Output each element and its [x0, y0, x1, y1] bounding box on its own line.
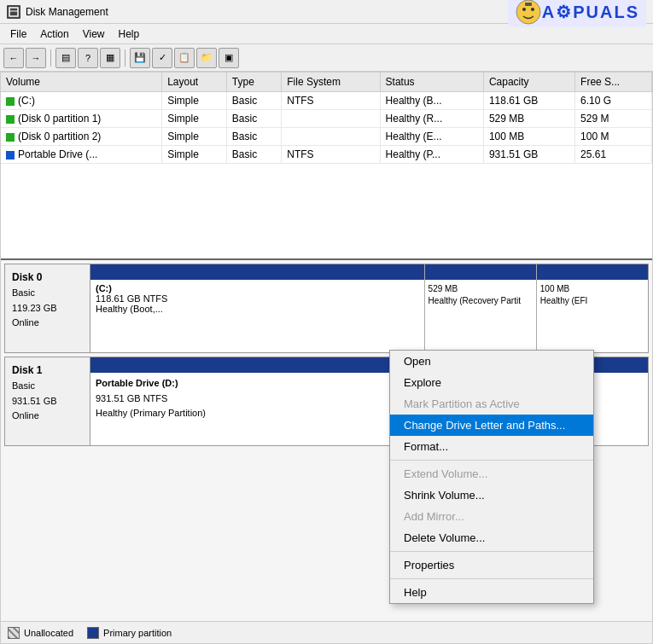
cell-fs: NTFS: [282, 146, 380, 164]
cell-status: Healthy (B...: [380, 92, 483, 110]
legend-primary-label: Primary partition: [103, 628, 172, 638]
col-type: Type: [226, 73, 281, 92]
menu-action[interactable]: Action: [33, 26, 75, 42]
ctx-mark-active: Mark Partition as Active: [390, 393, 593, 415]
cell-type: Basic: [226, 110, 281, 128]
window-title: Disk Management: [26, 6, 108, 18]
ctx-separator: [390, 551, 593, 552]
cell-volume: Portable Drive (...: [1, 146, 162, 164]
menu-view[interactable]: View: [76, 26, 112, 42]
cell-layout: Simple: [162, 128, 227, 146]
context-menu: OpenExploreMark Partition as ActiveChang…: [389, 350, 594, 604]
ctx-help[interactable]: Help: [390, 582, 593, 603]
disk0-status: Online: [12, 316, 83, 331]
disk0-part-c-content: (C:) 118.61 GB NTFS Healthy (Boot,...: [90, 280, 424, 352]
disk0-part-100-content: 100 MB Healthy (EFI: [537, 280, 648, 352]
col-capacity: Capacity: [483, 73, 574, 92]
toolbar-sep2: [125, 49, 125, 67]
logo-avatar: [515, 0, 542, 26]
toolbar: ← → ▤ ? ▦ 💾 ✓ 📋 📁 ▣: [0, 44, 653, 72]
legend-unallocated-label: Unallocated: [24, 628, 73, 638]
appuals-text: A⚙PUALS: [542, 2, 639, 22]
toolbar-btn10[interactable]: ▣: [219, 48, 239, 68]
cell-fs: [282, 128, 380, 146]
disk0-part-529-bar: [425, 264, 536, 280]
svg-rect-5: [525, 3, 532, 6]
ctx-explore[interactable]: Explore: [390, 372, 593, 393]
ctx-change-drive[interactable]: Change Drive Letter and Paths...: [390, 415, 593, 436]
disk0-partitions: (C:) 118.61 GB NTFS Healthy (Boot,... 52…: [90, 264, 648, 352]
col-layout: Layout: [162, 73, 227, 92]
cell-layout: Simple: [162, 110, 227, 128]
cell-type: Basic: [226, 128, 281, 146]
table-row[interactable]: (Disk 0 partition 2) Simple Basic Health…: [1, 128, 652, 146]
legend-primary: Primary partition: [87, 627, 172, 639]
disk0-part-529[interactable]: 529 MB Healthy (Recovery Partit: [425, 264, 537, 352]
menu-help[interactable]: Help: [112, 26, 147, 42]
cell-capacity: 118.61 GB: [483, 92, 574, 110]
toolbar-folder[interactable]: 📋: [174, 48, 195, 68]
cell-fs: NTFS: [282, 92, 380, 110]
cell-capacity: 529 MB: [483, 110, 574, 128]
disk0-row: Disk 0 Basic 119.23 GB Online (C:) 118.6…: [4, 264, 649, 353]
table-row[interactable]: Portable Drive (... Simple Basic NTFS He…: [1, 146, 652, 164]
legend-unallocated: Unallocated: [8, 627, 73, 639]
cell-volume: (Disk 0 partition 2): [1, 128, 162, 146]
menu-file[interactable]: File: [3, 26, 33, 42]
ctx-separator: [390, 460, 593, 461]
cell-status: Healthy (E...: [380, 128, 483, 146]
cell-free: 25.61: [575, 146, 652, 164]
disk-table: Volume Layout Type File System Status Ca…: [1, 73, 652, 164]
disk0-size: 119.23 GB: [12, 301, 83, 316]
cell-status: Healthy (P...: [380, 146, 483, 164]
toolbar-save[interactable]: 💾: [130, 48, 150, 68]
ctx-properties[interactable]: Properties: [390, 554, 593, 576]
cell-layout: Simple: [162, 146, 227, 164]
disk0-part-100[interactable]: 100 MB Healthy (EFI: [537, 264, 648, 352]
disk1-size: 931.51 GB: [12, 394, 83, 409]
svg-rect-0: [9, 8, 18, 16]
disk0-part-529-content: 529 MB Healthy (Recovery Partit: [425, 280, 536, 352]
ctx-format[interactable]: Format...: [390, 436, 593, 457]
disk0-part-c[interactable]: (C:) 118.61 GB NTFS Healthy (Boot,...: [90, 264, 425, 352]
toolbar-check[interactable]: ✓: [152, 48, 172, 68]
toolbar-open[interactable]: 📁: [196, 48, 217, 68]
menu-bar: File Action View Help: [0, 24, 653, 44]
disk1-name: Disk 1: [12, 363, 83, 379]
ctx-shrink[interactable]: Shrink Volume...: [390, 484, 593, 506]
legend-primary-box: [87, 627, 99, 639]
cell-volume: (C:): [1, 92, 162, 110]
toolbar-btn3[interactable]: ▤: [55, 48, 76, 68]
col-status: Status: [380, 73, 483, 92]
cell-free: 100 M: [575, 128, 652, 146]
legend-unallocated-box: [8, 627, 20, 639]
disk1-type: Basic: [12, 379, 83, 394]
cell-free: 6.10 G: [575, 92, 652, 110]
col-free: Free S...: [575, 73, 652, 92]
svg-point-3: [522, 8, 526, 11]
disk1-status: Online: [12, 409, 83, 424]
title-bar: Disk Management A⚙PUALS: [0, 0, 653, 24]
cell-status: Healthy (R...: [380, 110, 483, 128]
disk0-part-c-bar: [90, 264, 424, 280]
ctx-add-mirror: Add Mirror...: [390, 506, 593, 527]
ctx-open[interactable]: Open: [390, 351, 593, 372]
toolbar-forward[interactable]: →: [26, 48, 46, 68]
svg-point-4: [531, 8, 534, 11]
toolbar-btn5[interactable]: ▦: [100, 48, 120, 68]
cell-fs: [282, 110, 380, 128]
ctx-delete[interactable]: Delete Volume...: [390, 527, 593, 548]
ctx-extend: Extend Volume...: [390, 463, 593, 484]
main-window: Volume Layout Type File System Status Ca…: [0, 72, 653, 644]
ctx-separator: [390, 578, 593, 579]
table-row[interactable]: (Disk 0 partition 1) Simple Basic Health…: [1, 110, 652, 128]
toolbar-back[interactable]: ←: [3, 48, 24, 68]
toolbar-sep1: [50, 49, 51, 67]
toolbar-help[interactable]: ?: [78, 48, 98, 68]
table-row[interactable]: (C:) Simple Basic NTFS Healthy (B... 118…: [1, 92, 652, 110]
disk1-info: Disk 1 Basic 931.51 GB Online: [5, 357, 90, 445]
cell-capacity: 931.51 GB: [483, 146, 574, 164]
disk0-info: Disk 0 Basic 119.23 GB Online: [5, 264, 90, 352]
legend: Unallocated Primary partition: [1, 621, 652, 643]
col-volume: Volume: [1, 73, 162, 92]
